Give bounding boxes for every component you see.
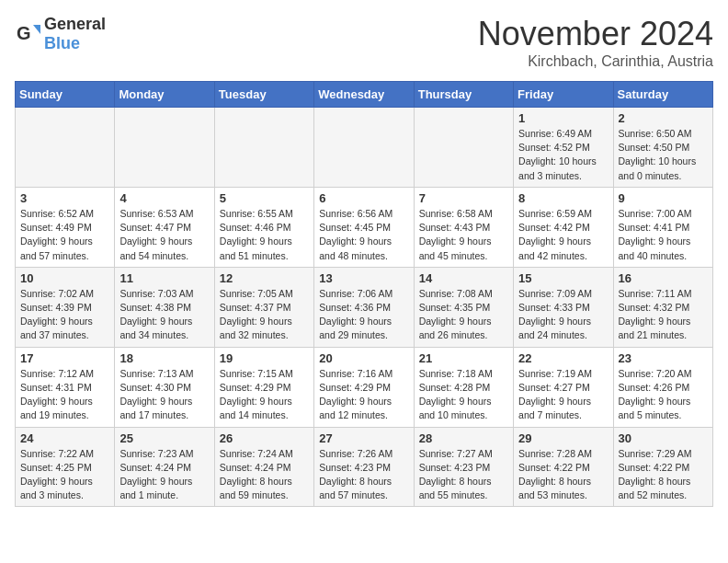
day-header-wednesday: Wednesday (314, 82, 414, 108)
day-info: Sunrise: 7:16 AMSunset: 4:29 PMDaylight:… (319, 367, 408, 423)
day-info: Sunrise: 6:50 AMSunset: 4:50 PMDaylight:… (619, 127, 708, 183)
calendar-cell: 9Sunrise: 7:00 AMSunset: 4:41 PMDaylight… (613, 187, 712, 267)
day-info: Sunrise: 6:56 AMSunset: 4:45 PMDaylight:… (319, 207, 408, 263)
day-number: 11 (119, 271, 209, 285)
day-number: 12 (220, 271, 309, 285)
day-header-sunday: Sunday (16, 82, 115, 108)
day-info: Sunrise: 7:00 AMSunset: 4:41 PMDaylight:… (619, 207, 708, 263)
svg-text:G: G (17, 23, 31, 43)
calendar-cell: 30Sunrise: 7:29 AMSunset: 4:22 PMDayligh… (613, 427, 712, 507)
calendar-header-row: SundayMondayTuesdayWednesdayThursdayFrid… (16, 82, 713, 108)
day-info: Sunrise: 6:59 AMSunset: 4:42 PMDaylight:… (518, 207, 608, 263)
calendar-cell (214, 108, 313, 188)
day-header-friday: Friday (514, 82, 613, 108)
day-number: 26 (220, 431, 309, 445)
day-number: 20 (319, 351, 408, 365)
calendar-week-row: 17Sunrise: 7:12 AMSunset: 4:31 PMDayligh… (16, 347, 713, 427)
day-number: 24 (20, 431, 109, 445)
day-info: Sunrise: 7:06 AMSunset: 4:36 PMDaylight:… (319, 287, 408, 343)
day-number: 15 (518, 271, 608, 285)
day-info: Sunrise: 7:24 AMSunset: 4:24 PMDaylight:… (220, 447, 309, 503)
day-number: 23 (619, 351, 708, 365)
day-number: 27 (319, 431, 408, 445)
calendar-cell: 1Sunrise: 6:49 AMSunset: 4:52 PMDaylight… (514, 108, 613, 188)
day-number: 5 (220, 191, 309, 205)
day-number: 13 (319, 271, 408, 285)
calendar-cell: 13Sunrise: 7:06 AMSunset: 4:36 PMDayligh… (314, 267, 414, 347)
calendar-cell: 21Sunrise: 7:18 AMSunset: 4:28 PMDayligh… (414, 347, 513, 427)
calendar-cell (314, 108, 414, 188)
calendar-cell: 4Sunrise: 6:53 AMSunset: 4:47 PMDaylight… (115, 187, 214, 267)
calendar-cell: 5Sunrise: 6:55 AMSunset: 4:46 PMDaylight… (214, 187, 313, 267)
day-header-saturday: Saturday (613, 82, 712, 108)
calendar-cell: 22Sunrise: 7:19 AMSunset: 4:27 PMDayligh… (514, 347, 613, 427)
title-area: November 2024 Kirchbach, Carinthia, Aust… (478, 15, 713, 70)
day-number: 28 (419, 431, 508, 445)
calendar-table: SundayMondayTuesdayWednesdayThursdayFrid… (15, 81, 713, 507)
calendar-cell: 10Sunrise: 7:02 AMSunset: 4:39 PMDayligh… (16, 267, 115, 347)
calendar-cell: 14Sunrise: 7:08 AMSunset: 4:35 PMDayligh… (414, 267, 513, 347)
day-info: Sunrise: 7:13 AMSunset: 4:30 PMDaylight:… (119, 367, 209, 423)
calendar-cell: 6Sunrise: 6:56 AMSunset: 4:45 PMDaylight… (314, 187, 414, 267)
day-header-thursday: Thursday (414, 82, 513, 108)
day-number: 21 (419, 351, 508, 365)
day-info: Sunrise: 7:19 AMSunset: 4:27 PMDaylight:… (518, 367, 608, 423)
calendar-cell (115, 108, 214, 188)
day-number: 19 (220, 351, 309, 365)
day-number: 1 (518, 111, 608, 125)
day-info: Sunrise: 6:53 AMSunset: 4:47 PMDaylight:… (119, 207, 209, 263)
day-info: Sunrise: 7:22 AMSunset: 4:25 PMDaylight:… (20, 447, 109, 503)
day-info: Sunrise: 6:49 AMSunset: 4:52 PMDaylight:… (518, 127, 608, 183)
day-number: 6 (319, 191, 408, 205)
day-header-monday: Monday (115, 82, 214, 108)
day-number: 16 (619, 271, 708, 285)
month-title: November 2024 (478, 15, 713, 53)
calendar-week-row: 10Sunrise: 7:02 AMSunset: 4:39 PMDayligh… (16, 267, 713, 347)
day-info: Sunrise: 7:18 AMSunset: 4:28 PMDaylight:… (419, 367, 508, 423)
logo-icon: G (15, 21, 40, 47)
day-info: Sunrise: 7:02 AMSunset: 4:39 PMDaylight:… (20, 287, 109, 343)
day-info: Sunrise: 7:28 AMSunset: 4:22 PMDaylight:… (518, 447, 608, 503)
day-info: Sunrise: 7:09 AMSunset: 4:33 PMDaylight:… (518, 287, 608, 343)
day-number: 18 (119, 351, 209, 365)
day-number: 22 (518, 351, 608, 365)
day-info: Sunrise: 7:15 AMSunset: 4:29 PMDaylight:… (220, 367, 309, 423)
calendar-cell: 23Sunrise: 7:20 AMSunset: 4:26 PMDayligh… (613, 347, 712, 427)
day-info: Sunrise: 7:23 AMSunset: 4:24 PMDaylight:… (119, 447, 209, 503)
calendar-cell: 16Sunrise: 7:11 AMSunset: 4:32 PMDayligh… (613, 267, 712, 347)
calendar-cell: 26Sunrise: 7:24 AMSunset: 4:24 PMDayligh… (214, 427, 313, 507)
calendar-cell: 3Sunrise: 6:52 AMSunset: 4:49 PMDaylight… (16, 187, 115, 267)
calendar-week-row: 24Sunrise: 7:22 AMSunset: 4:25 PMDayligh… (16, 427, 713, 507)
day-number: 14 (419, 271, 508, 285)
page-header: G General Blue November 2024 Kirchbach, … (15, 15, 713, 70)
calendar-cell: 18Sunrise: 7:13 AMSunset: 4:30 PMDayligh… (115, 347, 214, 427)
calendar-cell: 29Sunrise: 7:28 AMSunset: 4:22 PMDayligh… (514, 427, 613, 507)
calendar-cell: 19Sunrise: 7:15 AMSunset: 4:29 PMDayligh… (214, 347, 313, 427)
day-info: Sunrise: 7:05 AMSunset: 4:37 PMDaylight:… (220, 287, 309, 343)
svg-marker-1 (33, 25, 40, 34)
calendar-cell: 17Sunrise: 7:12 AMSunset: 4:31 PMDayligh… (16, 347, 115, 427)
day-number: 30 (619, 431, 708, 445)
day-number: 29 (518, 431, 608, 445)
day-info: Sunrise: 7:20 AMSunset: 4:26 PMDaylight:… (619, 367, 708, 423)
day-info: Sunrise: 7:08 AMSunset: 4:35 PMDaylight:… (419, 287, 508, 343)
day-info: Sunrise: 7:12 AMSunset: 4:31 PMDaylight:… (20, 367, 109, 423)
day-info: Sunrise: 7:27 AMSunset: 4:23 PMDaylight:… (419, 447, 508, 503)
day-info: Sunrise: 7:29 AMSunset: 4:22 PMDaylight:… (619, 447, 708, 503)
calendar-cell: 24Sunrise: 7:22 AMSunset: 4:25 PMDayligh… (16, 427, 115, 507)
calendar-cell: 15Sunrise: 7:09 AMSunset: 4:33 PMDayligh… (514, 267, 613, 347)
day-info: Sunrise: 6:55 AMSunset: 4:46 PMDaylight:… (220, 207, 309, 263)
calendar-cell (414, 108, 513, 188)
day-number: 25 (119, 431, 209, 445)
day-number: 3 (20, 191, 109, 205)
logo-general: General (44, 15, 106, 33)
day-number: 4 (119, 191, 209, 205)
day-number: 8 (518, 191, 608, 205)
calendar-cell (16, 108, 115, 188)
day-info: Sunrise: 7:26 AMSunset: 4:23 PMDaylight:… (319, 447, 408, 503)
calendar-week-row: 1Sunrise: 6:49 AMSunset: 4:52 PMDaylight… (16, 108, 713, 188)
day-number: 10 (20, 271, 109, 285)
calendar-cell: 25Sunrise: 7:23 AMSunset: 4:24 PMDayligh… (115, 427, 214, 507)
calendar-cell: 8Sunrise: 6:59 AMSunset: 4:42 PMDaylight… (514, 187, 613, 267)
location-title: Kirchbach, Carinthia, Austria (478, 53, 713, 70)
